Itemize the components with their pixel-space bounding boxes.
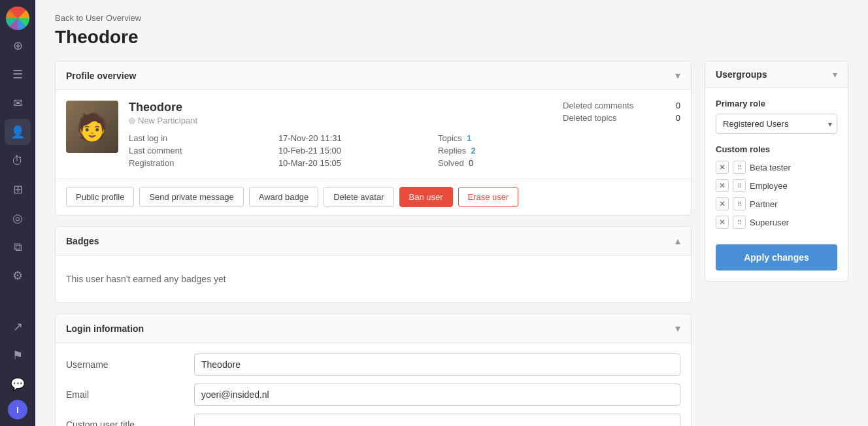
dashboard-icon: ⊞ [13, 182, 23, 197]
profile-name: Theodore [129, 101, 552, 114]
remove-partner-button[interactable]: ✕ [716, 197, 729, 210]
mail-icon: ✉ [13, 96, 23, 110]
badges-empty-message: This user hasn't earned any badges yet [66, 266, 680, 292]
profile-overview-content: 🧑 Theodore New Participant Last log in 1… [66, 101, 680, 168]
profile-avatar: 🧑 [66, 101, 118, 153]
app-logo[interactable] [6, 7, 29, 30]
role-name-superuser: Superuser [750, 218, 789, 227]
sidebar-item-content[interactable]: ☰ [5, 61, 31, 88]
custom-user-title-label: Custom user title [66, 419, 184, 426]
chevron-down-icon: ▾ [675, 69, 680, 82]
profile-stats: Last log in 17-Nov-20 11:31 Topics 1 Las… [129, 133, 552, 168]
custom-user-title-form-group: Custom user title [66, 414, 680, 426]
award-badge-button[interactable]: Award badge [249, 187, 318, 207]
export-icon: ↗ [13, 320, 23, 334]
sidebar-item-dashboard[interactable]: ⊞ [5, 176, 31, 203]
usergroups-header[interactable]: Usergroups ▾ [705, 61, 848, 88]
action-buttons: Public profile Send private message Awar… [56, 178, 691, 215]
chevron-down-icon-login: ▾ [675, 322, 680, 335]
integration-icon: ⧉ [14, 240, 22, 254]
drag-beta-tester-button[interactable]: ⠿ [733, 161, 746, 174]
profile-info: Theodore New Participant Last log in 17-… [129, 101, 552, 168]
primary-role-select[interactable]: Registered Users Moderator Admin [716, 114, 837, 134]
profile-role: New Participant [129, 116, 552, 125]
right-panel: Usergroups ▾ Primary role Registered Use… [705, 61, 848, 282]
profile-overview-header[interactable]: Profile overview ▾ [56, 61, 691, 90]
drag-superuser-button[interactable]: ⠿ [733, 216, 746, 229]
primary-role-label: Primary role [716, 99, 837, 108]
role-dot-icon [129, 118, 135, 124]
sidebar-item-users[interactable]: 👤 [5, 119, 31, 145]
custom-user-title-input[interactable] [194, 414, 680, 426]
sidebar-item-analytics[interactable]: ⏱ [5, 148, 31, 174]
right-stats: Deleted comments 0 Deleted topics 0 [563, 101, 680, 123]
drag-partner-button[interactable]: ⠿ [733, 197, 746, 210]
remove-employee-button[interactable]: ✕ [716, 179, 729, 192]
back-link[interactable]: Back to User Overview [55, 13, 848, 23]
remove-superuser-button[interactable]: ✕ [716, 216, 729, 229]
usergroups-card: Usergroups ▾ Primary role Registered Use… [705, 61, 848, 282]
sidebar-item-mail[interactable]: ✉ [5, 90, 31, 116]
erase-user-button[interactable]: Erase user [458, 187, 519, 207]
ban-user-button[interactable]: Ban user [399, 187, 453, 207]
username-label: Username [66, 359, 184, 370]
remove-beta-tester-button[interactable]: ✕ [716, 161, 729, 174]
widget-icon: ◎ [12, 211, 23, 225]
replies-stat: Replies 2 [438, 146, 476, 156]
role-item-partner: ✕ ⠿ Partner [716, 197, 837, 210]
role-name-employee: Employee [750, 181, 788, 191]
email-form-group: Email [66, 384, 680, 406]
content-icon: ☰ [12, 67, 23, 82]
sidebar: ⊕ ☰ ✉ 👤 ⏱ ⊞ ◎ ⧉ ⚙ ↗ ⚑ 💬 I [0, 0, 35, 426]
page-title: Theodore [55, 27, 848, 48]
sidebar-item-widget[interactable]: ◎ [5, 205, 31, 231]
user-avatar[interactable]: I [8, 400, 27, 419]
avatar-image: 🧑 [66, 101, 118, 153]
main-content: Back to User Overview Theodore Profile o… [35, 0, 868, 426]
usergroups-body: Primary role Registered Users Moderator … [705, 88, 848, 281]
sidebar-item-home[interactable]: ⊕ [5, 33, 31, 59]
custom-roles-label: Custom roles [716, 144, 837, 154]
profile-overview-card: Profile overview ▾ 🧑 Theodore New Partic… [55, 61, 692, 216]
apply-changes-button[interactable]: Apply changes [716, 244, 837, 270]
login-information-header[interactable]: Login information ▾ [56, 314, 691, 343]
username-form-group: Username [66, 353, 680, 376]
role-name-partner: Partner [750, 199, 778, 209]
content-layout: Profile overview ▾ 🧑 Theodore New Partic… [55, 61, 848, 426]
primary-role-select-wrapper: Registered Users Moderator Admin ▾ [716, 114, 837, 134]
send-private-message-button[interactable]: Send private message [139, 187, 243, 207]
profile-overview-title: Profile overview [66, 71, 136, 81]
sidebar-item-chat[interactable]: 💬 [5, 371, 31, 397]
email-label: Email [66, 389, 184, 400]
chevron-up-icon: ▴ [675, 235, 680, 247]
team-icon: ⚑ [12, 348, 23, 363]
role-name-beta-tester: Beta tester [750, 163, 791, 172]
drag-employee-button[interactable]: ⠿ [733, 179, 746, 192]
usergroups-title: Usergroups [716, 69, 767, 80]
badges-title: Badges [66, 236, 99, 246]
chevron-down-icon-usergroups: ▾ [833, 69, 837, 80]
home-icon: ⊕ [13, 39, 23, 53]
badges-header[interactable]: Badges ▴ [56, 227, 691, 255]
username-input[interactable] [194, 353, 680, 376]
login-information-card: Login information ▾ Username Email Custo… [55, 314, 692, 426]
solved-stat: Solved 0 [438, 158, 552, 168]
sidebar-item-settings[interactable]: ⚙ [5, 263, 31, 289]
login-information-title: Login information [66, 323, 144, 334]
chat-icon: 💬 [10, 377, 25, 391]
sidebar-item-team[interactable]: ⚑ [5, 342, 31, 369]
users-icon: 👤 [10, 125, 25, 139]
sidebar-item-integration[interactable]: ⧉ [5, 234, 31, 260]
analytics-icon: ⏱ [12, 154, 24, 168]
public-profile-button[interactable]: Public profile [66, 187, 134, 207]
role-item-beta-tester: ✕ ⠿ Beta tester [716, 161, 837, 174]
email-input[interactable] [194, 384, 680, 406]
role-item-employee: ✕ ⠿ Employee [716, 179, 837, 192]
delete-avatar-button[interactable]: Delete avatar [324, 187, 393, 207]
profile-overview-body: 🧑 Theodore New Participant Last log in 1… [56, 90, 691, 178]
topics-stat: Topics 1 [438, 133, 471, 143]
badges-body: This user hasn't earned any badges yet [56, 255, 691, 303]
login-information-body: Username Email Custom user title [56, 343, 691, 426]
sidebar-item-export[interactable]: ↗ [5, 314, 31, 340]
badges-card: Badges ▴ This user hasn't earned any bad… [55, 226, 692, 303]
